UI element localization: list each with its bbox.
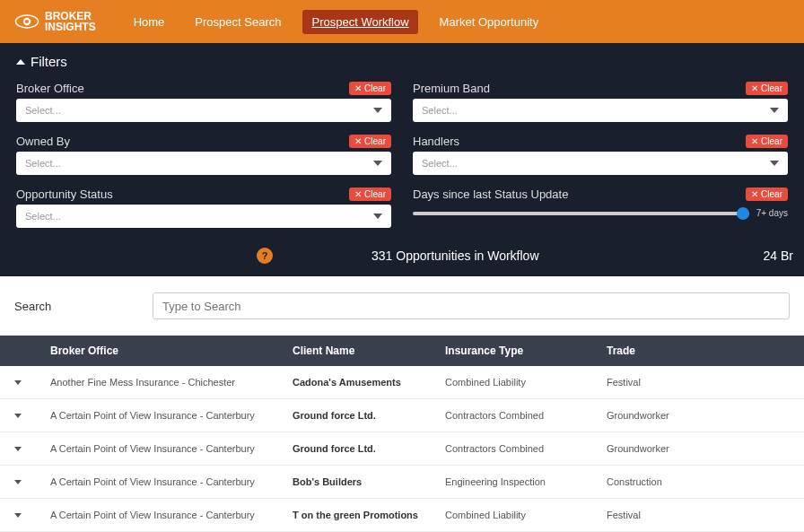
premium-band-clear-button[interactable]: ✕ Clear: [746, 82, 788, 95]
cell-client-name: Ground force Ltd.: [293, 410, 445, 421]
opportunity-status-label: Opportunity Status: [16, 188, 113, 201]
cell-client-name: Bob's Builders: [293, 476, 445, 487]
brand-line2: INSIGHTS: [45, 22, 96, 32]
broker-office-label: Broker Office: [16, 82, 84, 95]
cell-broker-office: A Certain Point of View Insurance - Cant…: [50, 476, 293, 487]
select-placeholder: Select...: [422, 105, 458, 116]
select-placeholder: Select...: [25, 211, 61, 222]
cell-trade: Groundworker: [607, 443, 790, 454]
stats-right: 24 Br: [764, 249, 793, 263]
days-since-value: 7+ days: [756, 208, 788, 218]
search-input[interactable]: [153, 292, 790, 319]
cell-broker-office: A Certain Point of View Insurance - Cant…: [50, 510, 293, 520]
expand-icon[interactable]: [14, 480, 22, 484]
filter-days-since: Days since last Status Update ✕ Clear 7+…: [413, 188, 788, 228]
chevron-down-icon: [373, 108, 382, 113]
main-nav: Home Prospect Search Prospect Workflow M…: [125, 10, 547, 34]
cell-insurance-type: Combined Liability: [445, 510, 607, 520]
brand-logo: BROKER INSIGHTS: [14, 11, 96, 32]
table-body: Another Fine Mess Insurance - Chichester…: [0, 366, 804, 532]
owned-by-label: Owned By: [16, 135, 70, 148]
nav-prospect-search[interactable]: Prospect Search: [186, 10, 290, 34]
select-placeholder: Select...: [25, 158, 61, 169]
expand-icon[interactable]: [14, 380, 22, 385]
broker-office-select[interactable]: Select...: [16, 99, 391, 122]
cell-trade: Groundworker: [607, 410, 790, 421]
cell-broker-office: A Certain Point of View Insurance - Cant…: [50, 410, 293, 421]
filter-premium-band: Premium Band ✕ Clear Select...: [413, 82, 788, 122]
table-header: Broker Office Client Name Insurance Type…: [0, 336, 804, 366]
days-since-label: Days since last Status Update: [413, 188, 568, 201]
header-broker-office[interactable]: Broker Office: [50, 344, 293, 357]
cell-trade: Festival: [607, 510, 790, 520]
filter-opportunity-status: Opportunity Status ✕ Clear Select...: [16, 188, 391, 228]
expand-icon[interactable]: [14, 414, 22, 418]
cell-trade: Festival: [607, 377, 790, 388]
broker-office-clear-button[interactable]: ✕ Clear: [349, 82, 391, 95]
cell-insurance-type: Engineering Inspection: [445, 476, 607, 487]
filters-toggle[interactable]: Filters: [16, 54, 788, 69]
table-row[interactable]: A Certain Point of View Insurance - Cant…: [0, 499, 804, 532]
expand-icon[interactable]: [14, 447, 22, 451]
table-row[interactable]: Another Fine Mess Insurance - Chichester…: [0, 366, 804, 399]
days-since-clear-button[interactable]: ✕ Clear: [746, 188, 788, 201]
cell-insurance-type: Contractors Combined: [445, 410, 607, 421]
cell-insurance-type: Combined Liability: [445, 377, 607, 388]
cell-client-name: Cadona's Amusements: [293, 377, 445, 388]
cell-insurance-type: Contractors Combined: [445, 443, 607, 454]
cell-trade: Construction: [607, 476, 790, 487]
nav-home[interactable]: Home: [125, 10, 174, 34]
nav-prospect-workflow[interactable]: Prospect Workflow: [302, 10, 417, 34]
opportunity-status-clear-button[interactable]: ✕ Clear: [349, 188, 391, 201]
select-placeholder: Select...: [25, 105, 61, 116]
table-row[interactable]: A Certain Point of View Insurance - Cant…: [0, 399, 804, 432]
chevron-down-icon: [770, 161, 779, 166]
filter-broker-office: Broker Office ✕ Clear Select...: [16, 82, 391, 122]
help-icon[interactable]: ?: [257, 248, 273, 264]
search-label: Search: [14, 300, 140, 313]
chevron-down-icon: [770, 108, 779, 113]
expand-icon[interactable]: [14, 513, 22, 518]
header-insurance-type[interactable]: Insurance Type: [445, 344, 607, 357]
handlers-label: Handlers: [413, 135, 459, 148]
header-trade[interactable]: Trade: [607, 344, 790, 357]
filter-owned-by: Owned By ✕ Clear Select...: [16, 135, 391, 175]
premium-band-label: Premium Band: [413, 82, 490, 95]
search-row: Search: [0, 276, 804, 336]
stats-bar: ? 331 Opportunities in Workflow 24 Br: [0, 244, 804, 276]
filter-handlers: Handlers ✕ Clear Select...: [413, 135, 788, 175]
slider-thumb[interactable]: [737, 207, 749, 220]
table-row[interactable]: A Certain Point of View Insurance - Cant…: [0, 432, 804, 466]
stats-opportunities: 331 Opportunities in Workflow: [371, 249, 539, 263]
caret-up-icon: [16, 59, 25, 65]
days-since-slider[interactable]: [413, 212, 749, 215]
svg-point-2: [25, 20, 29, 23]
filters-panel: Filters Broker Office ✕ Clear Select... …: [0, 43, 804, 244]
handlers-select[interactable]: Select...: [413, 152, 788, 175]
select-placeholder: Select...: [422, 158, 458, 169]
opportunities-table: Broker Office Client Name Insurance Type…: [0, 336, 804, 532]
cell-broker-office: Another Fine Mess Insurance - Chichester: [50, 377, 293, 388]
handlers-clear-button[interactable]: ✕ Clear: [746, 135, 788, 148]
opportunity-status-select[interactable]: Select...: [16, 205, 391, 228]
owned-by-select[interactable]: Select...: [16, 152, 391, 175]
chevron-down-icon: [373, 161, 382, 166]
owned-by-clear-button[interactable]: ✕ Clear: [349, 135, 391, 148]
eye-icon: [14, 13, 39, 30]
filters-title: Filters: [31, 54, 67, 69]
table-row[interactable]: A Certain Point of View Insurance - Cant…: [0, 466, 804, 499]
chevron-down-icon: [373, 214, 382, 219]
cell-client-name: T on the green Promotions: [293, 510, 445, 520]
nav-market-opportunity[interactable]: Market Opportunity: [431, 10, 548, 34]
header-client-name[interactable]: Client Name: [293, 344, 445, 357]
top-nav: BROKER INSIGHTS Home Prospect Search Pro…: [0, 0, 804, 43]
premium-band-select[interactable]: Select...: [413, 99, 788, 122]
cell-broker-office: A Certain Point of View Insurance - Cant…: [50, 443, 293, 454]
cell-client-name: Ground force Ltd.: [293, 443, 445, 454]
